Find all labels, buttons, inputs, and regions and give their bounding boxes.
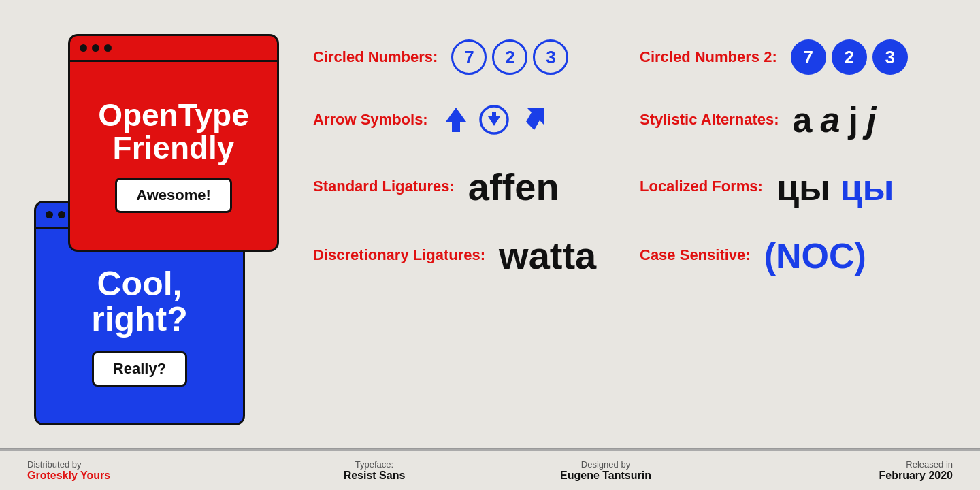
typeface-label: Typeface:	[355, 459, 393, 470]
designed-value: Eugene Tantsurin	[560, 470, 651, 482]
standard-ligatures-label: Standard Ligatures:	[313, 178, 455, 195]
svg-marker-4	[526, 108, 544, 130]
localized-forms-value: цы цы	[777, 166, 894, 208]
browser-mockups: OpenType Friendly Awesome! Cool, right? …	[27, 20, 279, 429]
browser-content-blue: Cool, right? Really?	[36, 229, 243, 423]
localized-blue: цы	[840, 166, 894, 208]
circled-7-filled: 7	[791, 39, 826, 75]
dot-5	[58, 211, 65, 218]
arrows-container	[442, 104, 549, 135]
circled-numbers-label: Circled Numbers:	[313, 48, 438, 66]
typeface-value: Resist Sans	[344, 470, 406, 482]
discretionary-ligatures-label: Discretionary Ligatures:	[313, 246, 485, 264]
dot-2	[92, 44, 99, 52]
dot-1	[80, 44, 87, 52]
localized-forms-label: Localized Forms:	[640, 178, 763, 195]
browser-window-red: OpenType Friendly Awesome!	[68, 34, 279, 252]
circled-2-outline: 2	[492, 39, 527, 75]
cool-headline: Cool, right?	[50, 266, 229, 338]
awesome-button: Awesome!	[115, 178, 232, 213]
stylistic-alternates-label: Stylistic Alternates:	[640, 111, 779, 129]
distributed-value: Groteskly Yours	[27, 470, 259, 482]
feature-arrow-symbols: Arrow Symbols:	[299, 87, 626, 152]
circled-numbers-value: 7 2 3	[451, 39, 568, 75]
released-label: Released in	[906, 459, 953, 470]
svg-marker-0	[446, 108, 466, 132]
standard-ligatures-value: affen	[468, 165, 559, 209]
dot-4	[46, 211, 53, 218]
svg-rect-3	[492, 112, 496, 118]
feature-circled-numbers: Circled Numbers: 7 2 3	[299, 27, 626, 87]
stylistic-j-normal: j	[848, 99, 858, 140]
footer-typeface: Typeface: Resist Sans	[259, 459, 490, 482]
discretionary-ligatures-value: watta	[499, 233, 596, 278]
stylistic-j-alt: j	[866, 99, 876, 140]
features-grid: Circled Numbers: 7 2 3 Circled Numbers 2…	[299, 20, 953, 290]
stylistic-a-alt: a	[821, 99, 840, 140]
case-sensitive-label: Case Sensitive:	[640, 246, 751, 264]
circled-3-filled: 3	[872, 39, 908, 75]
footer-distributed: Distributed by Groteskly Yours	[27, 459, 259, 482]
arrow-circle-down-icon	[478, 104, 510, 135]
released-value: February 2020	[879, 470, 953, 482]
stylistic-alternates-value: a a j j	[793, 99, 877, 140]
browser-content-red: OpenType Friendly Awesome!	[70, 62, 277, 250]
footer: Distributed by Groteskly Yours Typeface:…	[0, 449, 980, 490]
arrow-up-icon	[442, 105, 470, 134]
circled-7-outline: 7	[451, 39, 487, 75]
designed-label: Designed by	[581, 459, 630, 470]
feature-localized-forms: Localized Forms: цы цы	[626, 152, 953, 221]
opentype-headline: OpenType Friendly	[84, 99, 263, 165]
dot-3	[104, 44, 112, 52]
distributed-label: Distributed by	[27, 459, 259, 470]
localized-black: цы	[777, 166, 830, 208]
circled-2-filled: 2	[832, 39, 867, 75]
arrow-diagonal-icon	[518, 104, 549, 135]
stylistic-a-normal: a	[793, 99, 813, 140]
circled-3-outline: 3	[533, 39, 568, 75]
case-sensitive-value: (NOC)	[764, 235, 866, 276]
feature-case-sensitive: Case Sensitive: (NOC)	[626, 221, 953, 290]
footer-designed: Designed by Eugene Tantsurin	[490, 459, 721, 482]
circled-numbers-2-label: Circled Numbers 2:	[640, 48, 777, 66]
arrow-symbols-label: Arrow Symbols:	[313, 111, 428, 129]
feature-discretionary-ligatures: Discretionary Ligatures: watta	[299, 221, 626, 290]
feature-stylistic-alternates: Stylistic Alternates: a a j j	[626, 87, 953, 152]
feature-standard-ligatures: Standard Ligatures: affen	[299, 152, 626, 221]
title-bar-red	[70, 36, 277, 62]
really-button: Really?	[92, 351, 187, 387]
footer-released: Released in February 2020	[721, 459, 953, 482]
feature-circled-numbers-2: Circled Numbers 2: 7 2 3	[626, 27, 953, 87]
circled-numbers-2-value: 7 2 3	[791, 39, 908, 75]
